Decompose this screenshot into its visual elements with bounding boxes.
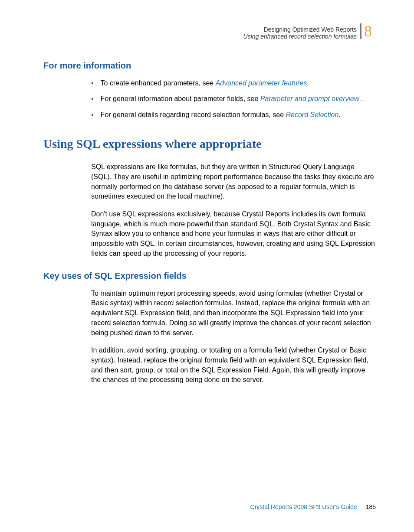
list-item: • For general details regarding record s… — [91, 110, 376, 120]
section-heading-more-info: For more information — [43, 61, 376, 71]
text-post: . — [338, 111, 340, 118]
footer-page-number: 185 — [366, 503, 376, 510]
page-header: Designing Optimized Web Reports Using en… — [43, 26, 376, 40]
list-item: • For general information about paramete… — [91, 94, 376, 104]
link-record-selection[interactable]: Record Selection — [286, 111, 339, 118]
bullet-text: To create enhanced parameters, see Advan… — [101, 78, 376, 88]
link-advanced-parameter-features[interactable]: Advanced parameter features — [216, 79, 307, 87]
bullet-text: For general details regarding record sel… — [101, 110, 376, 120]
section-heading-sql-expressions: Using SQL expressions where appropriate — [43, 137, 376, 151]
page-footer: Crystal Reports 2008 SP3 User's Guide 18… — [250, 503, 376, 510]
header-title: Designing Optimized Web Reports — [43, 26, 357, 33]
chapter-number: 8 — [364, 22, 372, 40]
text-pre: To create enhanced parameters, see — [101, 79, 216, 87]
paragraph: Don't use SQL expressions exclusively, b… — [91, 209, 376, 259]
bullet-icon: • — [91, 94, 94, 104]
list-item: • To create enhanced parameters, see Adv… — [91, 78, 376, 88]
paragraph: In addition, avoid sorting, grouping, or… — [91, 346, 376, 385]
paragraph: SQL expressions are like formulas, but t… — [91, 162, 376, 202]
paragraph: To maintain optimum report processing sp… — [91, 289, 376, 338]
text-post: . — [359, 95, 363, 102]
text-post: . — [307, 79, 309, 87]
bullet-icon: • — [91, 78, 94, 88]
section-heading-key-uses: Key uses of SQL Expression fields — [43, 271, 376, 281]
bullet-text: For general information about parameter … — [101, 94, 376, 104]
text-pre: For general details regarding record sel… — [101, 111, 286, 118]
chapter-badge: 8 — [360, 22, 376, 41]
text-pre: For general information about parameter … — [101, 95, 260, 102]
footer-doc-title: Crystal Reports 2008 SP3 User's Guide — [250, 503, 357, 510]
link-parameter-prompt-overview[interactable]: Parameter and prompt overview — [260, 95, 359, 102]
header-subtitle: Using enhanced record selection formulas — [43, 33, 357, 40]
bullet-icon: • — [91, 110, 94, 120]
bullet-list: • To create enhanced parameters, see Adv… — [91, 78, 376, 120]
